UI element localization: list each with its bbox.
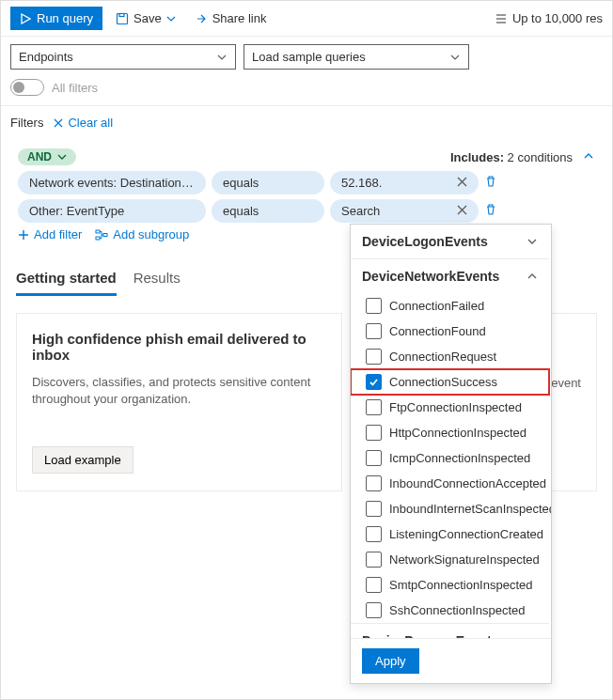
dropdown-option[interactable]: SmtpConnectionInspected — [351, 572, 549, 598]
svg-rect-4 — [103, 233, 107, 236]
delete-condition-button[interactable] — [484, 175, 497, 191]
checkbox[interactable] — [366, 374, 382, 390]
condition-value[interactable]: 52.168. — [330, 171, 479, 194]
save-button[interactable]: Save — [110, 8, 181, 29]
scope-selectors: Endpoints Load sample queries — [1, 37, 612, 77]
save-label: Save — [134, 11, 162, 25]
dropdown-section: DeviceLogonEvents — [351, 225, 549, 259]
dropdown-option-label: FtpConnectionInspected — [389, 400, 522, 414]
checkbox[interactable] — [366, 298, 382, 314]
trash-icon — [484, 203, 497, 216]
load-example-button[interactable]: Load example — [32, 446, 134, 474]
collapse-group-button[interactable] — [582, 149, 595, 165]
condition-operator[interactable]: equals — [212, 199, 324, 223]
card-title: High confidence phish email delivered to… — [32, 331, 326, 363]
clear-value-button[interactable] — [457, 176, 467, 190]
delete-condition-button[interactable] — [484, 203, 497, 219]
dropdown-option-label: IcmpConnectionInspected — [389, 451, 530, 465]
all-filters-toggle[interactable] — [10, 79, 44, 96]
checkbox[interactable] — [366, 323, 382, 339]
dropdown-option[interactable]: ConnectionFailed — [351, 293, 549, 319]
share-link-button[interactable]: Share link — [189, 8, 273, 29]
add-filter-button[interactable]: Add filter — [18, 227, 82, 241]
play-icon — [20, 13, 31, 24]
svg-rect-3 — [96, 237, 100, 240]
results-hint: Up to 10,000 res — [495, 11, 603, 25]
chevron-up-icon — [527, 271, 538, 282]
chevron-down-icon — [527, 236, 538, 247]
dropdown-option[interactable]: SshConnectionInspected — [351, 598, 549, 623]
and-pill[interactable]: AND — [18, 148, 76, 165]
dropdown-option-label: ConnectionFound — [389, 324, 486, 338]
checkbox[interactable] — [366, 475, 382, 491]
share-icon — [195, 12, 208, 25]
tab-getting-started[interactable]: Getting started — [16, 270, 117, 296]
dropdown-option-label: NetworkSignatureInspected — [389, 552, 540, 567]
plus-icon — [18, 229, 29, 241]
condition-row: Other: EventType equals Search — [18, 199, 595, 223]
list-icon — [495, 12, 508, 25]
condition-field[interactable]: Network events: DestinationIPA… — [18, 171, 206, 194]
dropdown-option[interactable]: HttpConnectionInspected — [351, 420, 549, 445]
dropdown-option-label: HttpConnectionInspected — [389, 426, 527, 440]
example-card: High confidence phish email delivered to… — [16, 313, 342, 491]
dropdown-option[interactable]: NetworkSignatureInspected — [351, 547, 549, 572]
checkbox[interactable] — [366, 425, 382, 441]
check-icon — [369, 377, 379, 387]
condition-value[interactable]: Search — [330, 199, 479, 223]
dropdown-section: DeviceProcessEvents — [351, 624, 549, 638]
card-description: Discovers, classifies, and protects sens… — [32, 374, 326, 408]
dropdown-option[interactable]: ListeningConnectionCreated — [351, 521, 549, 547]
dropdown-option-label: InboundConnectionAccepted — [389, 476, 546, 490]
dropdown-option[interactable]: ConnectionRequest — [351, 344, 549, 369]
dropdown-option[interactable]: ConnectionFound — [351, 319, 549, 344]
dropdown-option[interactable]: ConnectionSuccess — [351, 369, 549, 395]
chevron-down-icon — [57, 152, 67, 162]
condition-operator[interactable]: equals — [212, 171, 324, 194]
checkbox[interactable] — [366, 450, 382, 466]
dropdown-section-header[interactable]: DeviceNetworkEvents — [351, 259, 549, 293]
condition-field[interactable]: Other: EventType — [18, 199, 206, 223]
dropdown-option[interactable]: FtpConnectionInspected — [351, 395, 549, 420]
dropdown-option-label: ConnectionFailed — [389, 299, 484, 313]
event-type-dropdown: DeviceLogonEventsDeviceNetworkEventsConn… — [350, 224, 552, 684]
filter-bar: Filters Clear all — [1, 106, 612, 135]
checkbox[interactable] — [366, 577, 382, 593]
run-query-button[interactable]: Run query — [10, 7, 102, 30]
close-icon — [53, 117, 64, 129]
scope-label: Endpoints — [19, 50, 73, 64]
clear-all-link[interactable]: Clear all — [53, 116, 113, 130]
checkbox[interactable] — [366, 399, 382, 415]
chevron-down-icon — [449, 52, 461, 63]
chevron-down-icon — [216, 52, 228, 63]
dropdown-option[interactable]: IcmpConnectionInspected — [351, 445, 549, 471]
checkbox[interactable] — [366, 552, 382, 568]
dropdown-option-label: SmtpConnectionInspected — [389, 578, 532, 592]
dropdown-option-label: SshConnectionInspected — [389, 603, 526, 617]
filters-heading: Filters — [10, 116, 43, 130]
checkbox[interactable] — [366, 349, 382, 365]
dropdown-option-label: InboundInternetScanInspected — [389, 502, 551, 516]
dropdown-option[interactable]: InboundConnectionAccepted — [351, 471, 549, 496]
group-header: AND Includes: 2 conditions — [18, 148, 595, 165]
scope-select[interactable]: Endpoints — [10, 44, 236, 70]
svg-rect-1 — [119, 13, 124, 16]
checkbox[interactable] — [366, 602, 382, 618]
svg-rect-2 — [96, 230, 100, 233]
dropdown-section-header[interactable]: DeviceProcessEvents — [351, 624, 549, 638]
dropdown-option-label: ConnectionRequest — [389, 350, 496, 364]
checkbox[interactable] — [366, 526, 382, 542]
all-filters-row: All filters — [1, 77, 612, 106]
dropdown-option[interactable]: InboundInternetScanInspected — [351, 496, 549, 521]
samples-select[interactable]: Load sample queries — [244, 44, 469, 70]
tab-results[interactable]: Results — [134, 270, 181, 296]
dropdown-option-label: ConnectionSuccess — [389, 375, 497, 389]
checkbox[interactable] — [366, 501, 382, 517]
clear-value-button[interactable] — [457, 204, 467, 218]
toolbar: Run query Save Share link Up to 10,000 r… — [1, 1, 612, 37]
apply-button[interactable]: Apply — [362, 648, 419, 674]
svg-rect-0 — [117, 13, 127, 23]
add-subgroup-button[interactable]: Add subgroup — [95, 227, 189, 241]
dropdown-section-header[interactable]: DeviceLogonEvents — [351, 225, 549, 258]
all-filters-label: All filters — [52, 81, 98, 95]
